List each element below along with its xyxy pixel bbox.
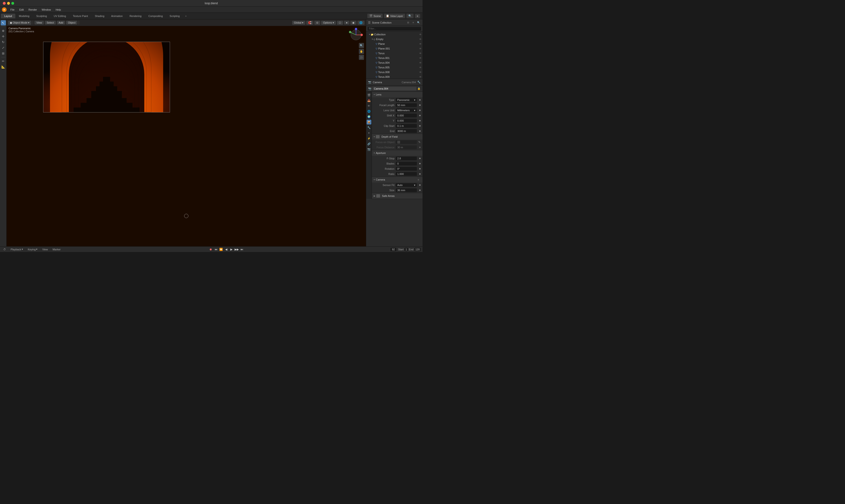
tree-vis-torus004[interactable]: 👁 — [419, 61, 421, 64]
proportional-edit-btn[interactable]: ⊙ — [314, 21, 320, 25]
prop-output-btn[interactable]: 📤 — [366, 98, 371, 103]
zoom-in-btn[interactable]: 🔍 — [359, 43, 364, 48]
tree-vis-torus005[interactable]: 👁 — [419, 66, 421, 69]
menu-window[interactable]: Window — [40, 8, 53, 12]
outliner-tree[interactable]: ▾ 📁 Collection 👁 ▾ ◇ Empty 👁 ▽ — [366, 32, 422, 79]
fstop-dot[interactable] — [419, 158, 420, 159]
prop-data-btn[interactable]: 📷 — [366, 147, 371, 151]
shift-x-dot[interactable] — [419, 115, 420, 116]
measure-tool[interactable]: 📐 — [1, 64, 6, 69]
tl-view-btn[interactable]: View — [41, 248, 49, 251]
tab-animation[interactable]: Animation — [108, 14, 126, 18]
menu-render[interactable]: Render — [26, 8, 39, 12]
minimize-button[interactable] — [7, 2, 10, 5]
prop-modifier-btn[interactable]: 🔧 — [366, 125, 371, 130]
tree-item-plane[interactable]: ▽ Plane 👁 — [366, 41, 422, 46]
tree-item-torus009[interactable]: ▽ Torus.009 👁 — [366, 74, 422, 79]
tab-shading[interactable]: Shading — [91, 14, 108, 18]
tab-compositing[interactable]: Compositing — [145, 14, 166, 18]
tree-vis-collection[interactable]: 👁 — [419, 33, 421, 36]
safe-areas-section-header[interactable]: ▶ Safe Areas — [372, 193, 422, 199]
options-btn[interactable]: Options ▾ — [321, 21, 336, 25]
transform-tool[interactable]: ⊞ — [1, 51, 6, 56]
outliner-filter-input[interactable]: Filter... — [367, 27, 421, 31]
focus-distance-value[interactable]: 30 m — [396, 145, 417, 149]
tab-uv-editing[interactable]: UV Editing — [51, 14, 69, 18]
clip-end-dot[interactable] — [419, 130, 420, 132]
dof-toggle[interactable] — [376, 135, 380, 138]
sensor-size-dot[interactable] — [419, 190, 420, 191]
tl-playback-btn[interactable]: Playback ▾ — [9, 247, 24, 251]
tree-vis-plane[interactable]: 👁 — [419, 43, 421, 45]
mode-selector[interactable]: ◼ Object Mode ▾ — [8, 21, 31, 25]
shift-y-value[interactable]: 0.000 — [396, 119, 417, 123]
rotate-tool[interactable]: ↻ — [1, 39, 6, 44]
snap-btn[interactable]: 🧲 — [306, 21, 313, 25]
camera-section-list-btn[interactable]: ≡ — [416, 178, 420, 182]
tree-vis-torus008[interactable]: 👁 — [419, 71, 421, 74]
scale-tool[interactable]: ⤢ — [1, 45, 6, 50]
viewport-shading-material[interactable]: ◉ — [350, 21, 357, 25]
camera-view-btn[interactable]: 🎥 — [359, 55, 364, 60]
tl-step-back-btn[interactable]: ⏪ — [219, 247, 223, 252]
current-frame-display[interactable]: 92 — [391, 248, 396, 251]
dof-section-header[interactable]: ▾ Depth of Field — [372, 134, 422, 140]
clip-start-value[interactable]: 0.1 m — [396, 124, 417, 128]
end-value[interactable]: 120 — [414, 248, 420, 251]
rotation-value[interactable]: 0° — [396, 167, 417, 171]
tree-vis-torus[interactable]: 👁 — [419, 52, 421, 55]
focus-distance-dot[interactable] — [419, 147, 420, 148]
select-menu[interactable]: Select — [45, 21, 56, 24]
outliner-filter-btn[interactable]: ⊟ — [406, 20, 410, 25]
blades-dot[interactable] — [419, 163, 420, 164]
shift-y-dot[interactable] — [419, 120, 420, 121]
outliner-search-btn[interactable]: 🔍 — [416, 20, 420, 25]
object-menu[interactable]: Object — [66, 21, 77, 24]
tl-play-btn[interactable]: ▶ — [229, 247, 234, 252]
prop-world-btn[interactable]: 🌍 — [366, 114, 371, 119]
rotation-dot[interactable] — [419, 168, 420, 169]
tree-vis-torus001[interactable]: 👁 — [419, 57, 421, 59]
menu-help[interactable]: Help — [54, 8, 63, 12]
tree-item-torus008[interactable]: ▽ Torus.008 👁 — [366, 70, 422, 74]
focal-length-value[interactable]: 50 mm — [396, 103, 417, 107]
tl-back-btn[interactable]: ◀ — [224, 247, 229, 252]
tree-item-empty[interactable]: ▾ ◇ Empty 👁 — [366, 37, 422, 41]
tree-vis-empty[interactable]: 👁 — [419, 38, 421, 40]
lens-section-header[interactable]: ▾ Lens — [372, 92, 422, 97]
tree-item-torus004[interactable]: ▽ Torus.004 👁 — [366, 60, 422, 65]
add-menu[interactable]: Add — [57, 21, 65, 24]
tree-item-collection[interactable]: ▾ 📁 Collection 👁 — [366, 32, 422, 37]
viewport-gizmo[interactable] — [349, 28, 363, 42]
viewport-3d[interactable]: ◼ Object Mode ▾ View Select Add Object G… — [6, 19, 366, 246]
tab-rendering[interactable]: Rendering — [126, 14, 145, 18]
prop-view-btn[interactable]: 👁 — [366, 104, 371, 108]
tl-forward-btn[interactable]: ▶▶ — [235, 247, 239, 252]
move-tool[interactable]: ✛ — [1, 34, 6, 39]
tab-scripting[interactable]: Scripting — [166, 14, 183, 18]
viewport-shading-rendered[interactable]: 🌐 — [357, 21, 364, 25]
blades-value[interactable]: 0 — [396, 162, 417, 165]
timeline-menu-btn[interactable]: ⏱ — [2, 248, 7, 251]
tree-item-torus[interactable]: ▽ Torus 👁 — [366, 51, 422, 56]
camera-name-field[interactable]: Camera.004 — [373, 87, 416, 91]
focus-object-picker[interactable]: ✎ — [418, 141, 420, 144]
tree-item-torus005[interactable]: ▽ Torus.005 👁 — [366, 65, 422, 70]
tab-modeling[interactable]: Modeling — [16, 14, 33, 18]
annotate-tool[interactable]: ✏ — [1, 58, 6, 64]
tab-texture-paint[interactable]: Texture Paint — [70, 14, 91, 18]
ratio-dot[interactable] — [419, 173, 420, 175]
safe-areas-toggle[interactable] — [376, 194, 380, 198]
prop-physics-btn[interactable]: ⚡ — [366, 136, 371, 141]
tl-jump-end-btn[interactable]: ⏭ — [240, 247, 244, 252]
viewport-shading-wire[interactable]: ⬡ — [337, 21, 343, 25]
tl-keying-btn[interactable]: Keying ▾ — [26, 247, 39, 251]
select-tool[interactable]: ↖ — [1, 20, 6, 25]
viewport-shading-solid[interactable]: ● — [344, 21, 349, 24]
filter-button[interactable]: ≡ — [415, 14, 420, 18]
tab-layout[interactable]: Layout — [1, 14, 15, 18]
clip-end-value[interactable]: 3000 m — [396, 129, 417, 133]
tree-vis-plane001[interactable]: 👁 — [419, 48, 421, 50]
cursor-tool[interactable]: ⊕ — [1, 28, 6, 33]
focus-object-value[interactable] — [396, 140, 417, 144]
